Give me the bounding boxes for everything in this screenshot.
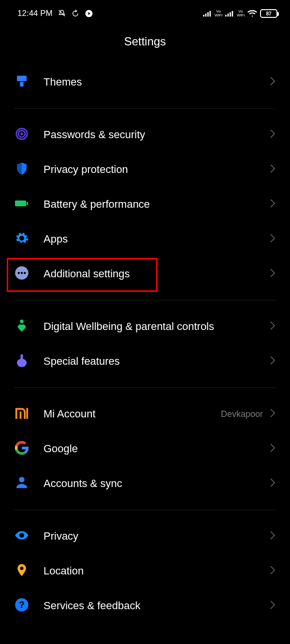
settings-item-value: Devkapoor [221, 409, 263, 419]
svg-point-23 [19, 477, 24, 482]
battery-icon: 87 [260, 9, 277, 18]
svg-rect-6 [228, 14, 229, 16]
chevron-right-icon [270, 565, 276, 577]
settings-item-label: Services & feedback [44, 600, 270, 612]
svg-point-21 [17, 358, 27, 367]
settings-item-label: Mi Account [44, 408, 221, 420]
mi-icon [14, 406, 29, 422]
settings-item-label: Google [44, 443, 270, 455]
pin-icon [14, 563, 29, 579]
svg-point-20 [20, 320, 24, 324]
play-icon [85, 9, 93, 18]
settings-item-label: Passwords & security [44, 129, 270, 141]
group-separator [14, 387, 276, 388]
chevron-right-icon [270, 233, 276, 245]
settings-item-label: Special features [44, 355, 270, 368]
svg-text:?: ? [19, 600, 24, 610]
vowifi-2-icon: VoWiFi [237, 10, 245, 17]
settings-item-location[interactable]: Location [0, 554, 290, 588]
settings-item-label: Privacy [44, 530, 270, 543]
mute-icon [58, 9, 66, 18]
status-bar: 12:44 PM VoWiFi [0, 0, 290, 23]
svg-point-24 [21, 534, 23, 537]
person-icon [14, 475, 29, 492]
svg-point-18 [21, 272, 23, 274]
battery-level: 87 [266, 11, 271, 16]
settings-item-themes[interactable]: Themes [0, 65, 290, 100]
status-left: 12:44 PM [17, 9, 93, 18]
fingerprint-icon [14, 127, 29, 143]
page-title: Settings [0, 23, 290, 65]
svg-rect-1 [203, 15, 204, 17]
chevron-right-icon [270, 530, 276, 542]
chevron-right-icon [270, 600, 276, 612]
help-icon: ? [14, 598, 29, 614]
group-separator [14, 108, 276, 109]
google-icon [14, 441, 29, 457]
settings-item-additional[interactable]: Additional settings [0, 257, 290, 291]
settings-item-label: Privacy protection [44, 163, 270, 176]
chevron-right-icon [270, 268, 276, 280]
shield-icon [14, 161, 29, 178]
settings-item-google[interactable]: Google [0, 431, 290, 466]
battery-icon [14, 196, 29, 213]
settings-item-battery[interactable]: Battery & performance [0, 187, 290, 222]
wellbeing-icon [14, 318, 29, 335]
chevron-right-icon [270, 76, 276, 88]
svg-point-25 [20, 567, 24, 570]
group-separator [14, 510, 276, 510]
group-separator [14, 300, 276, 301]
svg-rect-15 [27, 202, 28, 205]
gear-icon [14, 231, 29, 247]
settings-item-privacy-protection[interactable]: Privacy protection [0, 152, 290, 187]
eye-icon [14, 528, 29, 544]
svg-rect-22 [21, 355, 23, 359]
chevron-right-icon [270, 199, 276, 210]
settings-item-label: Additional settings [44, 268, 270, 280]
settings-item-services[interactable]: ? Services & feedback [0, 588, 290, 623]
settings-item-special[interactable]: Special features [0, 344, 290, 379]
chevron-right-icon [270, 408, 276, 420]
svg-point-19 [24, 272, 26, 274]
sync-icon [71, 9, 80, 18]
svg-point-17 [18, 272, 20, 274]
settings-item-label: Digital Wellbeing & parental controls [44, 320, 270, 333]
svg-rect-2 [205, 14, 207, 16]
chevron-right-icon [270, 478, 276, 489]
chevron-right-icon [270, 321, 276, 332]
chevron-right-icon [270, 129, 276, 141]
chevron-right-icon [270, 356, 276, 367]
settings-item-label: Battery & performance [44, 198, 270, 211]
vowifi-1-icon: VoWiFi [215, 10, 222, 17]
svg-rect-7 [230, 12, 231, 16]
svg-rect-9 [17, 76, 27, 81]
svg-rect-3 [207, 12, 209, 16]
settings-item-passwords[interactable]: Passwords & security [0, 117, 290, 152]
svg-point-13 [20, 132, 23, 135]
settings-item-label: Themes [44, 76, 270, 88]
chevron-right-icon [270, 443, 276, 455]
chevron-right-icon [270, 164, 276, 175]
dots-icon [14, 266, 29, 282]
themes-icon [14, 74, 29, 90]
signal-bars-2-icon [225, 10, 234, 17]
svg-rect-14 [15, 200, 26, 206]
settings-item-privacy[interactable]: Privacy [0, 519, 290, 554]
settings-item-mi-account[interactable]: Mi Account Devkapoor [0, 397, 290, 431]
settings-list: Themes Passwords & security Privacy prot… [0, 65, 290, 623]
signal-bars-1-icon [203, 10, 212, 17]
svg-rect-10 [20, 82, 24, 86]
wifi-icon [247, 10, 257, 17]
settings-item-accounts[interactable]: Accounts & sync [0, 466, 290, 501]
settings-item-apps[interactable]: Apps [0, 222, 290, 257]
svg-rect-4 [210, 11, 211, 17]
settings-item-label: Location [44, 565, 270, 577]
settings-item-wellbeing[interactable]: Digital Wellbeing & parental controls [0, 309, 290, 344]
status-time: 12:44 PM [17, 9, 53, 18]
svg-rect-5 [225, 15, 227, 17]
status-right: VoWiFi VoWiFi 87 [203, 9, 277, 18]
flask-icon [14, 353, 29, 370]
settings-item-label: Apps [44, 233, 270, 245]
settings-item-label: Accounts & sync [44, 477, 270, 490]
svg-rect-8 [232, 11, 233, 17]
